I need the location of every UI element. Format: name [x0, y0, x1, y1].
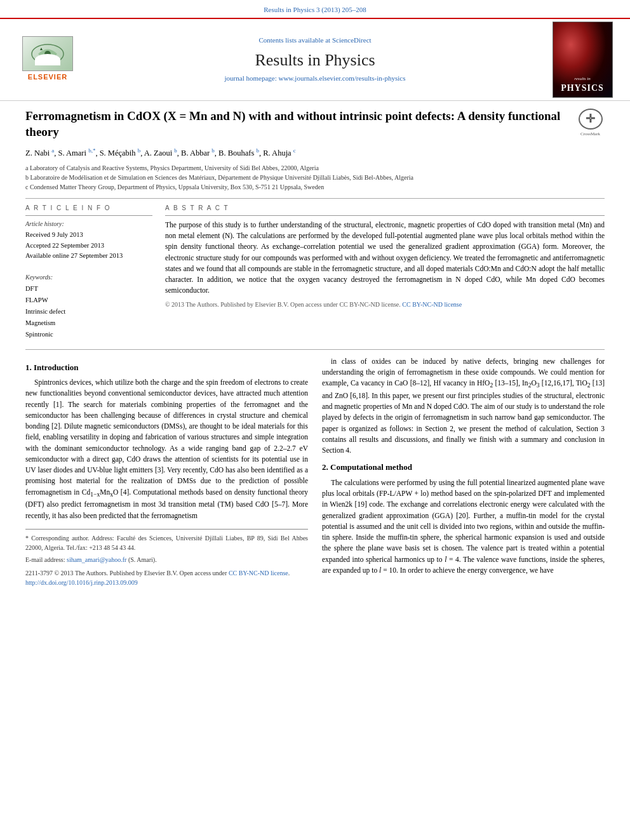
journal-url[interactable]: www.journals.elsevier.com/results-in-phy… [278, 74, 405, 82]
elsevier-logo: ELSEVIER [13, 36, 83, 83]
keywords-list: DFT FLAPW Intrinsic defect Magnetism Spi… [25, 283, 152, 340]
crossmark-label: CrossMark [580, 131, 600, 137]
received-date: Received 9 July 2013 [25, 230, 152, 239]
abstract-copyright: © 2013 The Authors. Published by Elsevie… [165, 300, 605, 310]
journal-cover-text: results in PHYSICS [558, 73, 607, 97]
intro-continued: in class of oxides can be induced by nat… [322, 356, 605, 457]
intro-paragraph: Spintronics devices, which utilize both … [25, 377, 308, 521]
affil-b: b Laboratoire de Modélisation et de Simu… [25, 173, 605, 182]
journal-title: Results in Physics [83, 48, 547, 72]
citation-text: Results in Physics 3 (2013) 205–208 [264, 6, 366, 13]
journal-cover-image: results in PHYSICS [553, 22, 613, 98]
cover-big-text: PHYSICS [561, 82, 604, 95]
svg-point-0 [32, 44, 64, 63]
journal-cover-area: results in PHYSICS [547, 22, 617, 98]
elsevier-logo-image [22, 36, 73, 71]
main-columns: 1. Introduction Spintronics devices, whi… [25, 356, 605, 587]
section1-title: 1. Introduction [25, 361, 308, 374]
author-ahuja: R. Ahuja c [263, 149, 296, 157]
keyword-dft: DFT [25, 283, 152, 295]
header-divider [25, 198, 605, 199]
paper-content: Ferromagnetism in CdOX (X = Mn and N) wi… [0, 101, 630, 600]
abstract-text: The purpose of this study is to further … [165, 220, 605, 297]
authors-line: Z. Nabi a, S. Amari b,*, S. Méçabih b, A… [25, 146, 605, 159]
article-info-header: A R T I C L E I N F O [25, 204, 152, 216]
accepted-date: Accepted 22 September 2013 [25, 241, 152, 250]
journal-header: ELSEVIER Contents lists available at Sci… [0, 18, 630, 101]
footnote-email: E-mail address: siham_amari@yahoo.fr (S.… [25, 555, 308, 564]
keyword-intrinsic: Intrinsic defect [25, 306, 152, 317]
svg-point-1 [44, 51, 51, 57]
section2-para: The calculations were performed by using… [322, 477, 605, 576]
affil-c: c Condensed Matter Theory Group, Departm… [25, 182, 605, 192]
elsevier-wordmark: ELSEVIER [28, 72, 67, 83]
journal-homepage: journal homepage: www.journals.elsevier.… [83, 74, 547, 84]
main-col-left: 1. Introduction Spintronics devices, whi… [25, 356, 308, 587]
email-link[interactable]: siham_amari@yahoo.fr [67, 556, 126, 563]
paper-title: Ferromagnetism in CdOX (X = Mn and N) wi… [25, 109, 576, 140]
doi-link[interactable]: http://dx.doi.org/10.1016/j.rinp.2013.09… [25, 579, 138, 586]
citation-header: Results in Physics 3 (2013) 205–208 [0, 0, 630, 18]
footnotes: * Corresponding author. Address: Faculté… [25, 529, 308, 564]
keywords-label: Keywords: [25, 273, 152, 283]
crossmark-icon: ✛ [579, 109, 603, 130]
abstract-column: A B S T R A C T The purpose of this stud… [165, 204, 605, 340]
author-bouhafs: B. Bouhafs b [218, 149, 259, 157]
keyword-spintronic: Spintronic [25, 329, 152, 340]
cc-nc-nd-link[interactable]: CC BY-NC-ND license [229, 570, 288, 577]
footnote-star: * Corresponding author. Address: Faculté… [25, 533, 308, 552]
affiliations: a Laboratory of Catalysis and Reactive S… [25, 163, 605, 192]
author-abbar: B. Abbar b [181, 149, 215, 157]
author-nabi: Z. Nabi a [25, 149, 54, 157]
author-amari: S. Amari b,* [58, 149, 96, 157]
main-col-right: in class of oxides can be induced by nat… [322, 356, 605, 587]
contents-available-line: Contents lists available at ScienceDirec… [83, 36, 547, 46]
info-abstract-section: A R T I C L E I N F O Article history: R… [25, 204, 605, 340]
keyword-magnetism: Magnetism [25, 317, 152, 329]
affil-a: a Laboratory of Catalysis and Reactive S… [25, 163, 605, 173]
article-info-column: A R T I C L E I N F O Article history: R… [25, 204, 152, 340]
author-zaoui: A. Zaoui b [144, 149, 177, 157]
issn-line: 2211-3797 © 2013 The Authors. Published … [25, 568, 308, 587]
cover-small-text: results in [561, 76, 604, 82]
history-label: Article history: [25, 220, 152, 229]
section2-title: 2. Computational method [322, 461, 605, 474]
sciencedirect-link[interactable]: ScienceDirect [332, 36, 372, 44]
abstract-header: A B S T R A C T [165, 204, 605, 216]
journal-header-center: Contents lists available at ScienceDirec… [83, 36, 547, 84]
paper-title-section: Ferromagnetism in CdOX (X = Mn and N) wi… [25, 109, 605, 140]
keyword-flapw: FLAPW [25, 295, 152, 306]
crossmark-area[interactable]: ✛ CrossMark [576, 109, 605, 137]
elsevier-logo-area: ELSEVIER [13, 36, 83, 83]
content-divider [25, 349, 605, 350]
available-date: Available online 27 September 2013 [25, 251, 152, 260]
cc-license-link[interactable]: CC BY-NC-ND license [402, 301, 462, 308]
author-mecabih: S. Méçabih b [100, 149, 141, 157]
